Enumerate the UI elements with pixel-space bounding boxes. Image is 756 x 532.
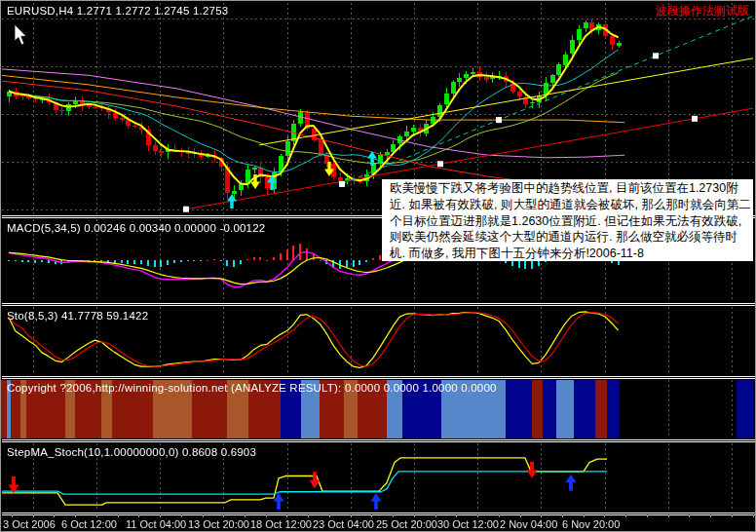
macd-pane-label: MACD(5,34,5) 0.00246 0.00340 0.00000 -0.… [7,222,265,234]
time-axis-label: 18 Oct 12:00 [250,518,312,530]
time-axis-label: 2 Nov 04:00 [500,518,557,530]
time-axis-label: 11 Oct 04:00 [126,518,186,530]
time-axis-label: 30 Oct 12:00 [437,518,499,530]
analysis-note: 欧美慢慢下跌又将考验图中的趋势线位置, 目前该位置在1.2730附近. 如果被有… [382,179,753,261]
sto-pane-label: Sto(8,5,3) 41.7778 59.1422 [7,310,148,322]
time-axis-label: 23 Oct 04:00 [313,518,374,530]
time-axis-label: 6 Oct 12:00 [61,518,117,530]
time-axis-label: 3 Oct 2006 [3,518,56,530]
time-axis-label: 6 Nov 20:00 [562,518,620,530]
chart-window: EURUSD,H4 1.2771 1.2772 1.2745 1.2753 MA… [0,0,756,532]
time-axis-label: 25 Oct 20:00 [376,518,437,530]
analyze-pane-label: Copyright ?2006,http://winning-solution.… [7,382,497,394]
stepma-pane-label: StepMA_Stoch(10,1.00000000,0) 0.8608 0.6… [7,446,256,458]
watermark-text: 波段操作法测试版 [656,3,749,19]
mouse-cursor [14,24,29,46]
time-axis-label: 13 Oct 20:00 [188,518,249,530]
main-pane-label: EURUSD,H4 1.2771 1.2772 1.2745 1.2753 [7,5,228,17]
